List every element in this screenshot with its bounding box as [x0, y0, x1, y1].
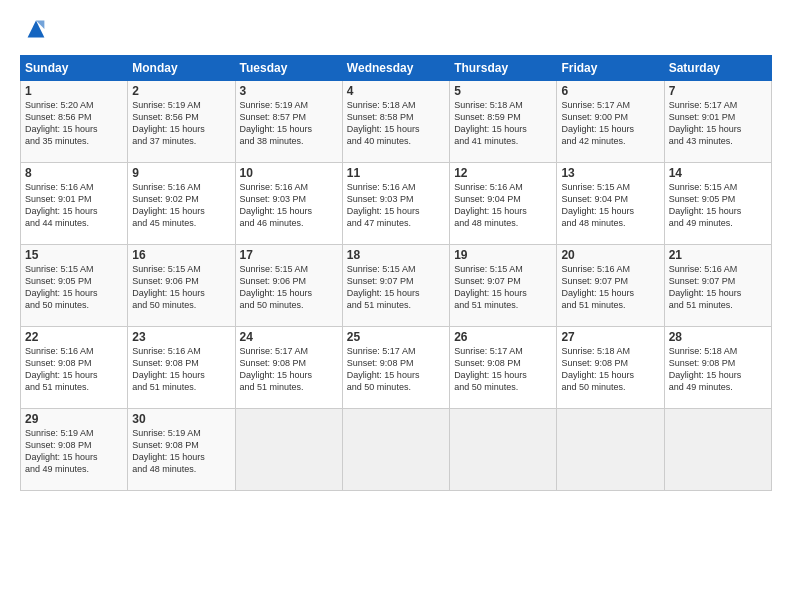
calendar-cell: 3Sunrise: 5:19 AMSunset: 8:57 PMDaylight… — [235, 81, 342, 163]
day-number: 6 — [561, 84, 659, 98]
day-header-thursday: Thursday — [450, 56, 557, 81]
calendar-cell: 28Sunrise: 5:18 AMSunset: 9:08 PMDayligh… — [664, 327, 771, 409]
day-info: Sunrise: 5:16 AMSunset: 9:03 PMDaylight:… — [240, 181, 338, 230]
day-info: Sunrise: 5:19 AMSunset: 9:08 PMDaylight:… — [25, 427, 123, 476]
week-row: 8Sunrise: 5:16 AMSunset: 9:01 PMDaylight… — [21, 163, 772, 245]
day-info: Sunrise: 5:15 AMSunset: 9:06 PMDaylight:… — [240, 263, 338, 312]
day-number: 2 — [132, 84, 230, 98]
day-info: Sunrise: 5:16 AMSunset: 9:07 PMDaylight:… — [561, 263, 659, 312]
calendar-cell: 16Sunrise: 5:15 AMSunset: 9:06 PMDayligh… — [128, 245, 235, 327]
calendar-cell: 15Sunrise: 5:15 AMSunset: 9:05 PMDayligh… — [21, 245, 128, 327]
day-number: 25 — [347, 330, 445, 344]
day-number: 8 — [25, 166, 123, 180]
calendar-cell — [450, 409, 557, 491]
calendar-cell — [664, 409, 771, 491]
calendar-cell: 1Sunrise: 5:20 AMSunset: 8:56 PMDaylight… — [21, 81, 128, 163]
day-number: 18 — [347, 248, 445, 262]
day-number: 17 — [240, 248, 338, 262]
day-number: 28 — [669, 330, 767, 344]
calendar-cell: 21Sunrise: 5:16 AMSunset: 9:07 PMDayligh… — [664, 245, 771, 327]
day-header-monday: Monday — [128, 56, 235, 81]
day-number: 12 — [454, 166, 552, 180]
calendar-cell: 22Sunrise: 5:16 AMSunset: 9:08 PMDayligh… — [21, 327, 128, 409]
day-info: Sunrise: 5:17 AMSunset: 9:08 PMDaylight:… — [347, 345, 445, 394]
week-row: 1Sunrise: 5:20 AMSunset: 8:56 PMDaylight… — [21, 81, 772, 163]
day-info: Sunrise: 5:15 AMSunset: 9:07 PMDaylight:… — [454, 263, 552, 312]
calendar-cell: 20Sunrise: 5:16 AMSunset: 9:07 PMDayligh… — [557, 245, 664, 327]
calendar-cell: 30Sunrise: 5:19 AMSunset: 9:08 PMDayligh… — [128, 409, 235, 491]
day-number: 20 — [561, 248, 659, 262]
day-header-wednesday: Wednesday — [342, 56, 449, 81]
day-info: Sunrise: 5:18 AMSunset: 8:59 PMDaylight:… — [454, 99, 552, 148]
calendar-cell: 24Sunrise: 5:17 AMSunset: 9:08 PMDayligh… — [235, 327, 342, 409]
day-number: 13 — [561, 166, 659, 180]
day-number: 15 — [25, 248, 123, 262]
day-number: 19 — [454, 248, 552, 262]
logo — [20, 15, 50, 47]
day-info: Sunrise: 5:15 AMSunset: 9:05 PMDaylight:… — [25, 263, 123, 312]
day-info: Sunrise: 5:15 AMSunset: 9:05 PMDaylight:… — [669, 181, 767, 230]
day-number: 3 — [240, 84, 338, 98]
day-info: Sunrise: 5:16 AMSunset: 9:01 PMDaylight:… — [25, 181, 123, 230]
calendar-cell — [557, 409, 664, 491]
day-info: Sunrise: 5:19 AMSunset: 8:56 PMDaylight:… — [132, 99, 230, 148]
calendar-table: SundayMondayTuesdayWednesdayThursdayFrid… — [20, 55, 772, 491]
calendar-cell: 8Sunrise: 5:16 AMSunset: 9:01 PMDaylight… — [21, 163, 128, 245]
day-info: Sunrise: 5:16 AMSunset: 9:08 PMDaylight:… — [25, 345, 123, 394]
day-info: Sunrise: 5:19 AMSunset: 8:57 PMDaylight:… — [240, 99, 338, 148]
day-info: Sunrise: 5:15 AMSunset: 9:06 PMDaylight:… — [132, 263, 230, 312]
day-number: 24 — [240, 330, 338, 344]
day-number: 14 — [669, 166, 767, 180]
day-number: 26 — [454, 330, 552, 344]
day-info: Sunrise: 5:19 AMSunset: 9:08 PMDaylight:… — [132, 427, 230, 476]
calendar-cell: 25Sunrise: 5:17 AMSunset: 9:08 PMDayligh… — [342, 327, 449, 409]
day-header-sunday: Sunday — [21, 56, 128, 81]
calendar-cell: 26Sunrise: 5:17 AMSunset: 9:08 PMDayligh… — [450, 327, 557, 409]
calendar-cell: 13Sunrise: 5:15 AMSunset: 9:04 PMDayligh… — [557, 163, 664, 245]
calendar-cell: 29Sunrise: 5:19 AMSunset: 9:08 PMDayligh… — [21, 409, 128, 491]
calendar-cell: 4Sunrise: 5:18 AMSunset: 8:58 PMDaylight… — [342, 81, 449, 163]
day-info: Sunrise: 5:17 AMSunset: 9:08 PMDaylight:… — [240, 345, 338, 394]
calendar-cell: 23Sunrise: 5:16 AMSunset: 9:08 PMDayligh… — [128, 327, 235, 409]
day-info: Sunrise: 5:17 AMSunset: 9:01 PMDaylight:… — [669, 99, 767, 148]
calendar-cell: 18Sunrise: 5:15 AMSunset: 9:07 PMDayligh… — [342, 245, 449, 327]
week-row: 15Sunrise: 5:15 AMSunset: 9:05 PMDayligh… — [21, 245, 772, 327]
header-row: SundayMondayTuesdayWednesdayThursdayFrid… — [21, 56, 772, 81]
day-info: Sunrise: 5:16 AMSunset: 9:02 PMDaylight:… — [132, 181, 230, 230]
day-number: 23 — [132, 330, 230, 344]
day-number: 7 — [669, 84, 767, 98]
day-number: 21 — [669, 248, 767, 262]
calendar-cell: 7Sunrise: 5:17 AMSunset: 9:01 PMDaylight… — [664, 81, 771, 163]
day-info: Sunrise: 5:16 AMSunset: 9:07 PMDaylight:… — [669, 263, 767, 312]
logo-icon — [22, 15, 50, 43]
day-info: Sunrise: 5:18 AMSunset: 9:08 PMDaylight:… — [669, 345, 767, 394]
day-number: 30 — [132, 412, 230, 426]
day-info: Sunrise: 5:16 AMSunset: 9:03 PMDaylight:… — [347, 181, 445, 230]
calendar-cell: 19Sunrise: 5:15 AMSunset: 9:07 PMDayligh… — [450, 245, 557, 327]
day-info: Sunrise: 5:17 AMSunset: 9:08 PMDaylight:… — [454, 345, 552, 394]
calendar-cell: 10Sunrise: 5:16 AMSunset: 9:03 PMDayligh… — [235, 163, 342, 245]
calendar-cell: 14Sunrise: 5:15 AMSunset: 9:05 PMDayligh… — [664, 163, 771, 245]
day-header-tuesday: Tuesday — [235, 56, 342, 81]
day-number: 9 — [132, 166, 230, 180]
calendar-cell: 17Sunrise: 5:15 AMSunset: 9:06 PMDayligh… — [235, 245, 342, 327]
day-info: Sunrise: 5:15 AMSunset: 9:07 PMDaylight:… — [347, 263, 445, 312]
calendar-cell — [235, 409, 342, 491]
day-number: 29 — [25, 412, 123, 426]
calendar-cell: 12Sunrise: 5:16 AMSunset: 9:04 PMDayligh… — [450, 163, 557, 245]
day-header-friday: Friday — [557, 56, 664, 81]
day-info: Sunrise: 5:15 AMSunset: 9:04 PMDaylight:… — [561, 181, 659, 230]
day-number: 5 — [454, 84, 552, 98]
week-row: 29Sunrise: 5:19 AMSunset: 9:08 PMDayligh… — [21, 409, 772, 491]
day-info: Sunrise: 5:16 AMSunset: 9:04 PMDaylight:… — [454, 181, 552, 230]
day-number: 22 — [25, 330, 123, 344]
day-header-saturday: Saturday — [664, 56, 771, 81]
day-info: Sunrise: 5:17 AMSunset: 9:00 PMDaylight:… — [561, 99, 659, 148]
day-number: 1 — [25, 84, 123, 98]
calendar-cell: 6Sunrise: 5:17 AMSunset: 9:00 PMDaylight… — [557, 81, 664, 163]
calendar-cell: 27Sunrise: 5:18 AMSunset: 9:08 PMDayligh… — [557, 327, 664, 409]
day-info: Sunrise: 5:18 AMSunset: 9:08 PMDaylight:… — [561, 345, 659, 394]
day-number: 27 — [561, 330, 659, 344]
calendar-cell: 5Sunrise: 5:18 AMSunset: 8:59 PMDaylight… — [450, 81, 557, 163]
day-number: 11 — [347, 166, 445, 180]
